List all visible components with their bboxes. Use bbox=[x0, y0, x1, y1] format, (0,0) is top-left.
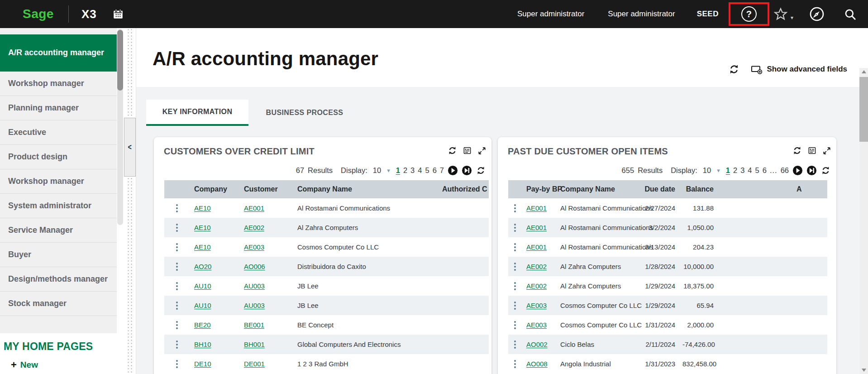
last-page-icon[interactable] bbox=[806, 165, 817, 176]
company-link[interactable]: AU10 bbox=[194, 282, 211, 290]
customer-link[interactable]: DE001 bbox=[244, 360, 265, 368]
main-scrollbar-thumb[interactable] bbox=[859, 77, 868, 142]
payby-bp-link[interactable]: AE002 bbox=[526, 263, 547, 270]
row-menu-kebab-icon[interactable] bbox=[508, 315, 522, 335]
payby-bp-link[interactable]: AO002 bbox=[526, 340, 548, 348]
tab-business-process[interactable]: BUSINESS PROCESS bbox=[257, 100, 353, 126]
sidebar-item[interactable]: Stock manager bbox=[0, 292, 117, 316]
pager-page[interactable]: 2 bbox=[733, 166, 737, 175]
row-menu-kebab-icon[interactable] bbox=[164, 335, 190, 354]
company-link[interactable]: AU10 bbox=[194, 302, 211, 309]
row-menu-kebab-icon[interactable] bbox=[164, 257, 190, 276]
sidebar-item[interactable]: Planning manager bbox=[0, 96, 117, 120]
sidebar-item[interactable]: Design/methods manager bbox=[0, 267, 117, 292]
column-header[interactable]: Customer bbox=[239, 185, 293, 193]
calendar-icon[interactable] bbox=[112, 8, 124, 20]
row-menu-kebab-icon[interactable] bbox=[508, 354, 522, 374]
column-header[interactable]: Pay-by BP bbox=[522, 185, 556, 193]
widget-refresh-icon[interactable] bbox=[448, 146, 457, 155]
row-menu-kebab-icon[interactable] bbox=[508, 257, 522, 276]
row-menu-kebab-icon[interactable] bbox=[164, 237, 190, 257]
pager-page[interactable]: 5 bbox=[425, 166, 429, 175]
pager-refresh-icon[interactable] bbox=[821, 166, 830, 175]
column-header[interactable]: A bbox=[716, 185, 827, 193]
payby-bp-link[interactable]: AE002 bbox=[526, 282, 547, 290]
sidebar-item[interactable]: A/R accounting manager bbox=[0, 34, 117, 72]
widget-expand-icon[interactable] bbox=[823, 147, 831, 155]
company-link[interactable]: AO20 bbox=[194, 263, 211, 270]
scrollbar-down-arrow[interactable] bbox=[862, 369, 866, 372]
sidebar-item[interactable]: Workshop manager bbox=[0, 72, 117, 96]
row-menu-kebab-icon[interactable] bbox=[164, 218, 190, 237]
customer-link[interactable]: AU003 bbox=[244, 282, 265, 290]
customer-link[interactable]: BE001 bbox=[244, 321, 264, 329]
page-size-caret-icon[interactable]: ▾ bbox=[387, 167, 390, 174]
row-menu-kebab-icon[interactable] bbox=[508, 335, 522, 354]
next-page-icon[interactable] bbox=[448, 165, 458, 176]
pager-page[interactable]: 3 bbox=[410, 166, 415, 175]
sidebar-scrollbar[interactable] bbox=[117, 29, 123, 225]
row-menu-kebab-icon[interactable] bbox=[508, 237, 522, 257]
favorites-star-icon[interactable] bbox=[774, 7, 787, 21]
sidebar-collapse-handle[interactable]: < bbox=[124, 118, 136, 177]
customer-link[interactable]: BH001 bbox=[244, 340, 265, 348]
column-header[interactable]: Company Name bbox=[556, 185, 639, 193]
favorites-caret-icon[interactable]: ▾ bbox=[791, 14, 793, 21]
pager-page[interactable]: 6 bbox=[433, 166, 437, 175]
row-menu-kebab-icon[interactable] bbox=[164, 198, 190, 218]
page-size-select[interactable]: 10 bbox=[373, 166, 381, 175]
pager-page[interactable]: 4 bbox=[748, 166, 752, 175]
last-page-icon[interactable] bbox=[462, 165, 472, 176]
profile-role-label[interactable]: Super administrator bbox=[517, 10, 584, 19]
page-size-caret-icon[interactable]: ▾ bbox=[717, 167, 720, 174]
endpoint-label[interactable]: SEED bbox=[697, 10, 719, 19]
payby-bp-link[interactable]: AE001 bbox=[526, 224, 547, 231]
customer-link[interactable]: AU003 bbox=[244, 302, 265, 309]
row-menu-kebab-icon[interactable] bbox=[164, 296, 190, 315]
pager-page[interactable]: 7 bbox=[440, 166, 444, 175]
tab-key-information[interactable]: KEY INFORMATION bbox=[146, 100, 248, 126]
payby-bp-link[interactable]: AE001 bbox=[526, 204, 547, 212]
column-header[interactable]: Balance bbox=[678, 185, 716, 193]
show-advanced-fields-button[interactable]: Show advanced fields bbox=[751, 64, 847, 75]
column-header[interactable]: Company bbox=[190, 185, 239, 193]
pager-page[interactable]: 66 bbox=[781, 166, 789, 175]
payby-bp-link[interactable]: AO008 bbox=[526, 360, 548, 368]
navigation-compass-icon[interactable] bbox=[810, 7, 824, 21]
payby-bp-link[interactable]: AE003 bbox=[526, 302, 547, 309]
customer-link[interactable]: AE002 bbox=[244, 224, 264, 231]
profile-user-label[interactable]: Super administrator bbox=[608, 10, 675, 19]
row-menu-kebab-icon[interactable] bbox=[508, 296, 522, 315]
pager-page[interactable]: 4 bbox=[418, 166, 422, 175]
company-link[interactable]: DE10 bbox=[194, 360, 211, 368]
column-header[interactable]: Authorized C bbox=[438, 185, 489, 193]
pager-page[interactable]: 1 bbox=[726, 166, 730, 175]
company-link[interactable]: AE10 bbox=[194, 224, 211, 231]
sidebar-item[interactable]: Product design bbox=[0, 145, 117, 169]
sidebar-item[interactable]: Workshop manager bbox=[0, 169, 117, 194]
pager-page[interactable]: 6 bbox=[763, 166, 767, 175]
column-header[interactable]: Due date bbox=[639, 185, 678, 193]
sidebar-item[interactable]: System administrator bbox=[0, 194, 117, 218]
company-link[interactable]: AE10 bbox=[194, 243, 211, 251]
sidebar-scrollbar-thumb[interactable] bbox=[117, 30, 123, 91]
widget-refresh-icon[interactable] bbox=[793, 146, 801, 155]
row-menu-kebab-icon[interactable] bbox=[508, 276, 522, 296]
widget-list-icon[interactable] bbox=[463, 146, 472, 155]
new-home-page-button[interactable]: + New bbox=[4, 360, 113, 370]
widget-expand-icon[interactable] bbox=[478, 147, 486, 155]
page-refresh-icon[interactable] bbox=[729, 64, 739, 74]
row-menu-kebab-icon[interactable] bbox=[164, 315, 190, 335]
row-menu-kebab-icon[interactable] bbox=[508, 198, 522, 218]
help-icon[interactable]: ? bbox=[741, 6, 757, 22]
customer-link[interactable]: AE003 bbox=[244, 243, 264, 251]
pager-page[interactable]: 1 bbox=[396, 166, 400, 175]
next-page-icon[interactable] bbox=[792, 165, 803, 176]
page-size-select[interactable]: 10 bbox=[703, 166, 711, 175]
customer-link[interactable]: AO006 bbox=[244, 263, 265, 270]
company-link[interactable]: BH10 bbox=[194, 340, 211, 348]
column-header[interactable]: Company Name bbox=[293, 185, 438, 193]
sidebar-item[interactable]: Buyer bbox=[0, 243, 117, 267]
scrollbar-up-arrow[interactable] bbox=[862, 70, 866, 73]
payby-bp-link[interactable]: AE003 bbox=[526, 321, 547, 329]
